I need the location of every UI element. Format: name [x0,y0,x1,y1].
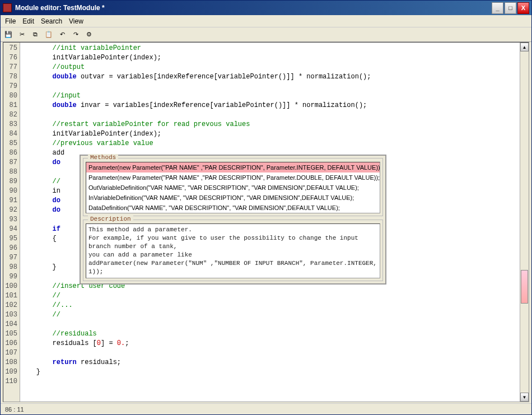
undo-icon[interactable]: ↶ [58,30,67,39]
line-number: 85 [3,139,20,148]
description-line: This method add a parameter. [88,226,377,234]
code-line[interactable]: return residuals; [20,358,520,367]
line-number: 77 [3,63,20,72]
scroll-up-button[interactable]: ▲ [520,43,529,52]
line-number: 100 [3,282,20,291]
line-number: 83 [3,120,20,129]
code-line[interactable] [20,82,520,91]
code-line[interactable]: //... [20,301,520,310]
code-line[interactable]: //output [20,63,520,72]
scroll-track[interactable] [520,52,529,393]
description-title: Description [88,216,133,222]
line-number: 96 [3,244,20,253]
line-number: 109 [3,367,20,377]
autocomplete-item[interactable]: InVariableDefinition("VAR NAME", "VAR DE… [86,193,380,203]
paste-icon[interactable]: 📋 [44,30,53,39]
copy-icon[interactable]: ⧉ [31,30,40,39]
description-box: This method add a parameter.For example,… [86,223,380,278]
code-line[interactable]: //residuals [20,329,520,339]
window-buttons: _ □ X [492,2,529,14]
autocomplete-item[interactable]: Parameter(new Parameter("PAR NAME" ,"PAR… [86,162,380,172]
maximize-button[interactable]: □ [505,2,516,14]
line-number: 89 [3,177,20,186]
description-line: addParameter(new Parameter("NUM" ,"NUMBE… [88,259,377,276]
vertical-scrollbar[interactable]: ▲ ▼ [520,43,529,402]
code-line[interactable]: double outvar = variables[indexReference… [20,72,520,82]
methods-group: Methods Parameter(new Parameter("PAR NAM… [83,158,383,216]
line-number: 94 [3,225,20,234]
code-line[interactable]: //restart variablePointer for read prevo… [20,120,520,129]
line-number: 103 [3,310,20,320]
window-title: Module editor: TestModule * [15,4,492,12]
line-number: 81 [3,101,20,110]
autocomplete-item[interactable]: OutVariableDefinition("VAR NAME", "VAR D… [86,183,380,193]
line-number: 82 [3,110,20,120]
autocomplete-item[interactable]: DataDefinition("VAR NAME", "VAR DESCRIPT… [86,203,380,213]
cursor-position: 86 : 11 [5,406,24,413]
code-line[interactable]: initVariablePointer(index); [20,53,520,63]
line-number: 80 [3,91,20,101]
line-number: 95 [3,234,20,244]
code-line[interactable]: initVariablePointer(index); [20,129,520,139]
line-number: 90 [3,186,20,196]
titlebar[interactable]: Module editor: TestModule * _ □ X [1,1,531,15]
minimize-button[interactable]: _ [492,2,503,14]
line-number: 102 [3,301,20,310]
app-window: Module editor: TestModule * _ □ X File E… [0,0,532,415]
line-number: 91 [3,196,20,206]
autocomplete-popup: Methods Parameter(new Parameter("PAR NAM… [80,155,386,285]
autocomplete-item[interactable]: Parameter(new Parameter("PAR NAME" ,"PAR… [86,172,380,183]
line-number: 92 [3,206,20,215]
line-number: 105 [3,329,20,339]
scroll-thumb[interactable] [521,270,528,304]
line-number: 86 [3,148,20,158]
menu-search[interactable]: Search [41,17,62,25]
scroll-down-button[interactable]: ▼ [520,393,529,402]
line-number: 101 [3,291,20,301]
code-line[interactable]: } [20,367,520,377]
code-line[interactable] [20,377,520,386]
description-group: Description This method add a parameter.… [83,220,383,281]
save-icon[interactable]: 💾 [4,30,13,39]
line-number: 104 [3,320,20,329]
menu-view[interactable]: View [69,17,83,25]
menu-edit[interactable]: Edit [22,17,34,25]
code-line[interactable]: //init variablePointer [20,44,520,53]
methods-title: Methods [88,154,118,161]
line-number: 108 [3,358,20,367]
toolbar: 💾 ✂ ⧉ 📋 ↶ ↷ ⚙ [1,27,531,42]
code-line[interactable] [20,320,520,329]
code-line[interactable] [20,110,520,120]
methods-list[interactable]: Parameter(new Parameter("PAR NAME" ,"PAR… [86,162,380,213]
code-line[interactable]: residuals [0] = 0.; [20,339,520,348]
code-line[interactable]: double invar = variables[indexReference[… [20,101,520,110]
line-number: 99 [3,272,20,282]
editor-area: 7576777879808182838485868788899091929394… [3,42,529,402]
line-number: 76 [3,53,20,63]
code-line[interactable] [20,348,520,358]
code-editor[interactable]: //init variablePointer initVariablePoint… [20,43,520,402]
line-number: 75 [3,44,20,53]
statusbar: 86 : 11 [1,403,531,414]
close-button[interactable]: X [517,2,529,14]
line-number: 93 [3,215,20,225]
cut-icon[interactable]: ✂ [17,30,26,39]
description-line: For example, if you want give to user th… [88,234,377,251]
code-line[interactable]: // [20,291,520,301]
app-icon [3,3,12,12]
menu-file[interactable]: File [5,17,16,25]
line-number: 110 [3,377,20,386]
description-line: you can add a parameter like [88,251,377,259]
code-line[interactable]: // [20,310,520,320]
menubar: File Edit Search View [1,15,531,27]
line-number: 78 [3,72,20,82]
line-number: 87 [3,158,20,167]
code-line[interactable]: //previous variable value [20,139,520,148]
line-number: 97 [3,253,20,263]
line-number: 88 [3,167,20,177]
code-line[interactable]: //input [20,91,520,101]
redo-icon[interactable]: ↷ [71,30,80,39]
line-number: 107 [3,348,20,358]
build-icon[interactable]: ⚙ [85,30,94,39]
line-gutter: 7576777879808182838485868788899091929394… [3,43,20,402]
